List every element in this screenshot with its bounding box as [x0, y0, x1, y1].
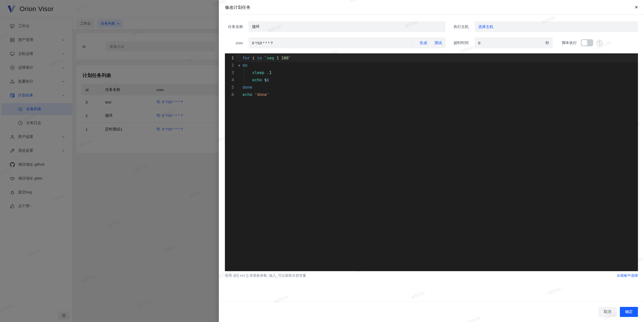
- editor-line[interactable]: 5done: [225, 84, 638, 91]
- switch-knob: [582, 40, 587, 46]
- editor-hint-row: 使用 @{{ xxx }} 来替换参数, 输入_可以获取全部变量 从模板中选择: [225, 271, 638, 280]
- code-text: echo $i: [243, 76, 269, 84]
- close-icon[interactable]: ×: [635, 5, 638, 10]
- task-name-label: 任务名称: [225, 24, 243, 29]
- confirm-button[interactable]: 确定: [620, 307, 638, 317]
- drawer-body: 任务名称 执行主机 选择主机 cron 生成 测试 超时时间 秒 脚本执行: [219, 15, 644, 301]
- script-exec-switch[interactable]: [581, 39, 593, 46]
- editor-line[interactable]: 4 echo $i: [225, 76, 638, 84]
- fold-gutter: [236, 84, 243, 91]
- drawer-footer: 取消 确定: [219, 301, 644, 322]
- param-hint-text: 使用 @{{ xxx }} 来替换参数, 输入_可以获取全部变量: [225, 273, 306, 278]
- form-row-2: cron 生成 测试 超时时间 秒 脚本执行 ?: [225, 38, 638, 48]
- script-exec-label: 脚本执行: [562, 41, 577, 45]
- timeout-label: 超时时间: [451, 41, 469, 45]
- host-select-box: 选择主机: [475, 21, 638, 32]
- cron-test-button[interactable]: 测试: [431, 38, 446, 48]
- cancel-button[interactable]: 取消: [598, 307, 617, 317]
- select-host-link[interactable]: 选择主机: [478, 24, 493, 29]
- timeout-unit: 秒: [545, 41, 553, 45]
- task-name-input[interactable]: [249, 21, 446, 32]
- line-number: 6: [225, 91, 236, 98]
- code-text: done: [243, 84, 252, 91]
- code-text: for i in `seq 1 100`: [243, 54, 291, 62]
- code-text: echo 'done': [243, 91, 269, 98]
- cron-generate-button[interactable]: 生成: [416, 38, 431, 48]
- form-row-1: 任务名称 执行主机 选择主机: [225, 21, 638, 32]
- fold-gutter: [236, 76, 243, 84]
- fold-chevron-icon[interactable]: ∨: [236, 62, 243, 69]
- help-icon[interactable]: ?: [597, 40, 602, 46]
- code-editor-lines: 1for i in `seq 1 100`2∨do3 sleep .14 ech…: [225, 54, 638, 98]
- line-number: 5: [225, 84, 236, 91]
- editor-line[interactable]: 2∨do: [225, 62, 638, 69]
- edit-task-drawer: 修改计划任务 × 任务名称 执行主机 选择主机 cron 生成 测试 超时时间 …: [219, 0, 644, 322]
- line-number: 2: [225, 62, 236, 69]
- drawer-header: 修改计划任务 ×: [219, 0, 644, 15]
- exec-host-label: 执行主机: [451, 24, 469, 29]
- line-number: 1: [225, 54, 236, 62]
- editor-line[interactable]: 1for i in `seq 1 100`: [225, 54, 638, 62]
- editor-line[interactable]: 3 sleep .1: [225, 69, 638, 76]
- cron-input[interactable]: [249, 38, 416, 48]
- code-editor[interactable]: 1for i in `seq 1 100`2∨do3 sleep .14 ech…: [225, 53, 638, 271]
- line-number: 4: [225, 76, 236, 84]
- fold-gutter: [236, 54, 243, 62]
- timeout-input[interactable]: [475, 38, 545, 48]
- timeout-input-box: 秒: [475, 38, 553, 48]
- drawer-title: 修改计划任务: [225, 5, 251, 10]
- fold-gutter: [236, 91, 243, 98]
- editor-line[interactable]: 6echo 'done': [225, 91, 638, 98]
- cron-label: cron: [225, 41, 243, 45]
- line-number: 3: [225, 69, 236, 76]
- code-text: do: [243, 62, 247, 69]
- select-from-template-link[interactable]: 从模板中选择: [617, 273, 638, 278]
- cron-input-group: 生成 测试: [249, 38, 446, 48]
- fold-gutter: [236, 69, 243, 76]
- code-text: sleep .1: [243, 69, 272, 76]
- indent-guide: [244, 69, 244, 84]
